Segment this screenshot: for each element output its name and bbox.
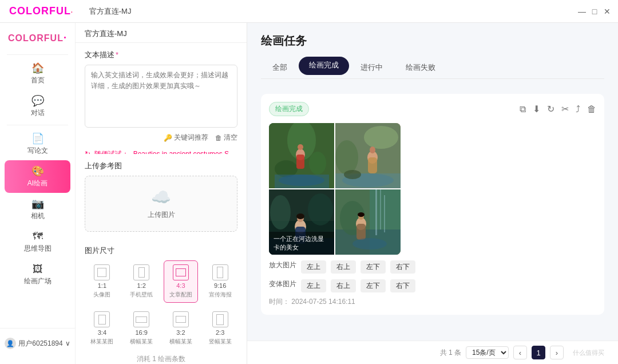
sidebar-item-ai-draw[interactable]: 🎨 AI绘画 bbox=[5, 160, 70, 193]
svg-rect-31 bbox=[375, 189, 377, 235]
enlarge-bottomleft[interactable]: 左下 bbox=[360, 260, 386, 274]
sidebar-item-label: 首页 bbox=[31, 76, 45, 85]
sidebar-divider-2 bbox=[7, 125, 68, 125]
size-option-12[interactable]: 1:2 手机壁纸 bbox=[124, 260, 159, 303]
task-time: 时间： 2024-07-25 14:16:11 bbox=[269, 297, 596, 307]
svg-rect-6 bbox=[296, 155, 304, 169]
transform-topright[interactable]: 右上 bbox=[331, 279, 356, 292]
home-icon: 🏠 bbox=[31, 63, 44, 73]
total-count: 共 1 条 bbox=[440, 348, 461, 358]
minimize-button[interactable]: — bbox=[578, 7, 586, 15]
size-option-34[interactable]: 3:4 林某某图 bbox=[85, 307, 120, 350]
sidebar-item-label: 对话 bbox=[31, 108, 45, 118]
svg-rect-32 bbox=[380, 189, 381, 230]
image-cell-bottomright bbox=[335, 189, 401, 255]
username: 用户60251894 bbox=[18, 339, 62, 349]
sidebar-item-dialog[interactable]: 💬 对话 bbox=[0, 90, 75, 122]
svg-rect-37 bbox=[356, 224, 366, 240]
active-tab-label: 官方直连-MJ bbox=[82, 6, 578, 17]
tab-inprogress[interactable]: 进行中 bbox=[349, 57, 394, 79]
sidebar-divider-1 bbox=[7, 54, 68, 55]
title-bar: COLORFUL· 官方直连-MJ — □ ✕ bbox=[0, 0, 618, 23]
size-section: 图片尺寸 1:1 头像图 1:2 手机壁纸 4:3 文章配图 bbox=[76, 239, 247, 364]
svg-rect-14 bbox=[368, 157, 377, 173]
share-icon[interactable]: ⤴ bbox=[576, 104, 580, 114]
prev-page-button[interactable]: ‹ bbox=[513, 346, 527, 359]
transform-bottomleft[interactable]: 左下 bbox=[360, 279, 386, 292]
per-page-select[interactable]: 15条/页30条/页50条/页 bbox=[466, 346, 509, 359]
transform-topleft[interactable]: 左上 bbox=[301, 279, 326, 292]
size-option-11[interactable]: 1:1 头像图 bbox=[85, 260, 120, 303]
svg-point-24 bbox=[296, 213, 304, 219]
upload-section-title: 上传参考图 bbox=[85, 161, 237, 171]
cut-icon[interactable]: ✂ bbox=[561, 104, 569, 114]
transform-row: 变体图片 左上 右上 左下 右下 bbox=[269, 279, 596, 292]
svg-point-21 bbox=[308, 193, 333, 225]
window-controls: — □ ✕ bbox=[578, 7, 618, 15]
refresh-icon[interactable]: ↻ bbox=[547, 104, 554, 114]
consume-text: 消耗 1 绘画条数 bbox=[85, 354, 237, 364]
avatar: 👤 bbox=[5, 338, 16, 349]
close-button[interactable]: ✕ bbox=[603, 7, 611, 15]
svg-point-17 bbox=[344, 170, 361, 179]
right-panel: 绘画任务 全部 绘画完成 进行中 绘画失败 绘画完成 ⧉ ⬇ ↻ ✂ ⤴ bbox=[247, 23, 618, 364]
essay-icon: 📄 bbox=[31, 133, 44, 144]
size-option-43[interactable]: 4:3 文章配图 bbox=[164, 260, 199, 303]
tab-failed[interactable]: 绘画失败 bbox=[394, 57, 447, 79]
enlarge-bottomright[interactable]: 右下 bbox=[390, 260, 415, 274]
next-page-button[interactable]: › bbox=[550, 346, 564, 359]
sidebar-item-home[interactable]: 🏠 首页 bbox=[0, 57, 75, 90]
tab-done[interactable]: 绘画完成 bbox=[299, 57, 349, 75]
image-cell-topright bbox=[335, 123, 401, 188]
size-option-916[interactable]: 9:16 宣传海报 bbox=[203, 260, 237, 303]
mindmap-icon: 🗺 bbox=[33, 231, 43, 242]
sidebar-item-camera[interactable]: 📷 相机 bbox=[0, 193, 75, 225]
size-option-32[interactable]: 3:2 横幅某某 bbox=[164, 307, 199, 350]
download-icon[interactable]: ⬇ bbox=[533, 104, 540, 114]
camera-icon: 📷 bbox=[31, 199, 44, 209]
transform-label: 变体图片 bbox=[269, 279, 296, 292]
transform-bottomright[interactable]: 右下 bbox=[390, 279, 415, 292]
maximize-button[interactable]: □ bbox=[591, 7, 599, 15]
tab-all[interactable]: 全部 bbox=[261, 57, 299, 79]
sidebar: COLORFUL· 🏠 首页 💬 对话 📄 写论文 🎨 AI绘画 📷 相机 🗺 … bbox=[0, 23, 76, 364]
image-grid: 一个正在河边洗显卡的美女 bbox=[269, 123, 401, 255]
sidebar-item-essay[interactable]: 📄 写论文 bbox=[0, 128, 75, 160]
sidebar-item-gallery[interactable]: 🖼 绘画广场 bbox=[0, 258, 75, 291]
sidebar-item-label: 写论文 bbox=[27, 146, 48, 156]
image-cell-topleft bbox=[269, 123, 334, 188]
size-option-23[interactable]: 2:3 竖幅某某 bbox=[203, 307, 237, 350]
copy-icon[interactable]: ⧉ bbox=[520, 104, 526, 114]
enlarge-topleft[interactable]: 左上 bbox=[301, 260, 326, 274]
ai-draw-icon: 🎨 bbox=[31, 166, 44, 176]
clear-button[interactable]: 🗑 清空 bbox=[215, 133, 237, 143]
enlarge-topright[interactable]: 右上 bbox=[331, 260, 356, 274]
task-card-header: 绘画完成 ⧉ ⬇ ↻ ✂ ⤴ 🗑 bbox=[269, 102, 596, 116]
upload-cloud-icon: ☁️ bbox=[151, 188, 171, 207]
gallery-icon: 🖼 bbox=[33, 264, 43, 274]
dialog-icon: 💬 bbox=[31, 96, 44, 106]
app-logo: COLORFUL· bbox=[0, 5, 82, 17]
svg-point-10 bbox=[364, 126, 398, 149]
text-section-title: 文本描述 bbox=[85, 50, 237, 60]
user-info[interactable]: 👤 用户60251894 ∨ bbox=[0, 334, 75, 353]
current-page-button[interactable]: 1 bbox=[532, 346, 545, 359]
status-badge: 绘画完成 bbox=[269, 102, 309, 116]
image-caption: 一个正在河边洗显卡的美女 bbox=[269, 232, 334, 255]
keyword-recommend-button[interactable]: 🔑 关键词推荐 bbox=[164, 133, 208, 143]
text-description-input[interactable] bbox=[85, 65, 237, 128]
delete-icon[interactable]: 🗑 bbox=[587, 104, 596, 114]
watermark: 什么值得买 bbox=[573, 349, 604, 357]
svg-rect-8 bbox=[275, 175, 329, 188]
action-icons: ⧉ ⬇ ↻ ✂ ⤴ 🗑 bbox=[520, 104, 596, 114]
random-tips: ↻ 随便试试： Beauties in ancient costumes Sea… bbox=[76, 149, 247, 154]
page-title: 绘画任务 bbox=[261, 33, 604, 49]
svg-point-20 bbox=[270, 195, 291, 230]
upload-area[interactable]: ☁️ 上传图片 bbox=[85, 176, 237, 232]
size-option-169[interactable]: 16:9 横幅某某 bbox=[124, 307, 159, 350]
sidebar-item-mindmap[interactable]: 🗺 思维导图 bbox=[0, 225, 75, 258]
sidebar-item-label: 相机 bbox=[31, 211, 45, 221]
sidebar-bottom: 👤 用户60251894 ∨ bbox=[0, 328, 75, 358]
left-panel: 官方直连-MJ 文本描述 🔑 关键词推荐 🗑 清空 ↻ 随便试试： Beauti… bbox=[76, 23, 247, 364]
svg-point-36 bbox=[358, 212, 365, 217]
